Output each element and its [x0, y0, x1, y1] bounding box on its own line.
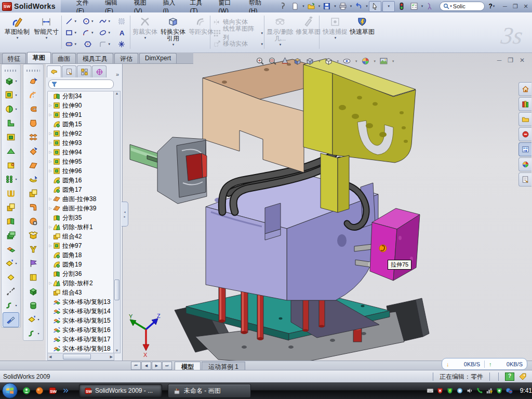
rebuild-button[interactable]: [396, 2, 407, 11]
tree-item[interactable]: ▷拉伸97: [48, 241, 114, 250]
dropdown-caret-icon[interactable]: ▾: [15, 79, 17, 83]
tab-DimXpert[interactable]: DimXpert: [139, 53, 177, 63]
dropdown-caret-icon[interactable]: ▾: [334, 4, 336, 8]
tree-item[interactable]: ▷拉伸90: [48, 101, 114, 110]
select-caret[interactable]: ▾: [382, 1, 395, 12]
toolbar-button-cube-green[interactable]: ▾: [2, 74, 20, 88]
ribbon-button-草图绘制[interactable]: 草图绘制▾: [3, 14, 31, 50]
appearances-button[interactable]: [518, 157, 531, 171]
tree-item[interactable]: 组合42: [48, 232, 114, 241]
expander-icon[interactable]: ▷: [48, 225, 53, 229]
green-shield-icon[interactable]: [446, 387, 454, 394]
toolbar-button-squiggle[interactable]: ▾: [2, 298, 20, 312]
toolbar-button-ruler[interactable]: [3, 312, 19, 327]
tree-item[interactable]: 实体-移动/复制14: [48, 307, 114, 316]
sketch-tool-point[interactable]: [113, 38, 130, 50]
tree-item[interactable]: ▷切除-放样1: [48, 222, 114, 232]
toolbar-button-wedge[interactable]: [2, 144, 20, 158]
tool-button[interactable]: [424, 2, 435, 11]
quick-tips-icon[interactable]: ?: [505, 373, 514, 381]
tree-item[interactable]: 实体-移动/复制16: [48, 325, 114, 335]
dropdown-caret-icon[interactable]: ▾: [15, 177, 17, 181]
print-button[interactable]: [337, 2, 349, 11]
home-button[interactable]: [518, 82, 531, 96]
toolbar-button-y-shape[interactable]: [23, 242, 43, 256]
tree-item[interactable]: ▷切除-放样2: [48, 278, 114, 288]
open-file-button[interactable]: [305, 2, 317, 11]
toolbar-button-sheet[interactable]: [23, 158, 43, 172]
appearance-icon[interactable]: [361, 57, 370, 65]
dropdown-caret-icon[interactable]: ▾: [355, 59, 357, 63]
heads-up-view-toolbar[interactable]: ▾▾▾▾▾: [256, 57, 394, 65]
ribbon-button-智能尺寸[interactable]: 智能尺寸▾: [32, 14, 60, 50]
pin-button[interactable]: [277, 2, 288, 11]
red-shield-icon[interactable]: [436, 387, 444, 394]
tab-草图[interactable]: 草图: [27, 52, 51, 63]
quick-launch-more[interactable]: [61, 386, 70, 395]
toolbar-button-elbow[interactable]: [23, 200, 43, 214]
tree-item[interactable]: ▷拉伸93: [48, 138, 114, 148]
sketch-tool-rect[interactable]: ▾: [62, 27, 79, 38]
tab-nav-button[interactable]: ⏮: [131, 362, 141, 370]
configuration[interactable]: [77, 65, 91, 77]
dropdown-caret-icon[interactable]: ▾: [302, 4, 304, 8]
expander-icon[interactable]: ▷: [48, 159, 53, 164]
expander-icon[interactable]: ▷: [48, 141, 53, 145]
tab-nav-button[interactable]: ▶: [152, 362, 162, 370]
tree-item[interactable]: ▷拉伸91: [48, 110, 114, 119]
search-box[interactable]: ▾: [440, 2, 485, 11]
toolbar-button-c-shape[interactable]: [23, 102, 43, 116]
expander-icon[interactable]: ▷: [48, 206, 53, 210]
toolbar-button-cylinder[interactable]: [23, 298, 43, 312]
tree-item[interactable]: 圆角19: [48, 260, 114, 269]
speaker-icon[interactable]: [466, 387, 473, 394]
doc-minimize-button[interactable]: ─: [497, 57, 502, 64]
net-warning-icon[interactable]: !: [486, 387, 493, 394]
tree-vertical-scrollbar[interactable]: ▲▼: [113, 91, 121, 353]
toolbar-button-cube-frame[interactable]: ▾: [2, 88, 20, 102]
toolbar-button-diamond-star[interactable]: ▾: [23, 312, 43, 326]
sketch-tool-polygon[interactable]: [79, 38, 97, 50]
view-palette-button[interactable]: [518, 142, 531, 156]
toolbar-button-books[interactable]: [2, 214, 20, 228]
tab-特征[interactable]: 特征: [2, 53, 26, 63]
new-file-button[interactable]: [289, 2, 301, 11]
restore-button[interactable]: ❐: [510, 2, 521, 10]
tree-item[interactable]: 圆角15: [48, 119, 114, 129]
sketch-entities-grid[interactable]: ▾▾▾▾▾▾A▾▾: [62, 16, 130, 50]
toolbar-button-arc-dash[interactable]: [23, 88, 43, 102]
doc-tab-模型[interactable]: 模型: [175, 362, 201, 370]
expander-icon[interactable]: ▷: [48, 169, 53, 173]
expander-icon[interactable]: ▷: [48, 113, 53, 117]
hide-show-icon[interactable]: [342, 57, 351, 65]
messenger-icon[interactable]: [22, 386, 31, 395]
sketch-tool-text[interactable]: A: [113, 27, 130, 38]
dropdown-caret-icon[interactable]: ▾: [15, 107, 17, 111]
save-button[interactable]: [321, 2, 332, 11]
tree-item[interactable]: 实体-移动/复制13: [48, 297, 114, 307]
expander-icon[interactable]: ▷: [48, 103, 53, 108]
doc-close-button[interactable]: ✕: [520, 57, 525, 64]
doc-restore-button[interactable]: ❐: [508, 57, 513, 64]
sketch-tool-spline[interactable]: ▾: [96, 16, 113, 27]
tree-item[interactable]: 圆角18: [48, 250, 114, 260]
toolbar-button-dotline[interactable]: [2, 284, 20, 298]
expander-icon[interactable]: ▷: [48, 244, 53, 248]
sketch-tool-ellipse[interactable]: ▾: [96, 27, 113, 38]
tree-item[interactable]: 实体-移动/复制17: [48, 335, 114, 344]
toolbar-button-book[interactable]: [23, 270, 43, 284]
toolbar-button-cubes2[interactable]: [2, 200, 20, 214]
undo-button[interactable]: [353, 2, 364, 11]
dropdown-caret-icon[interactable]: ▾: [318, 4, 321, 8]
tree-item[interactable]: ▷拉伸95: [48, 157, 114, 166]
zoom-area-icon[interactable]: [268, 57, 277, 65]
dropdown-caret-icon[interactable]: ▾: [15, 261, 17, 265]
sketch-tool-slot[interactable]: ▾: [62, 38, 79, 50]
tree-item[interactable]: 圆角16: [48, 176, 114, 185]
close-button[interactable]: ✕: [521, 2, 531, 10]
toolbar-button-open-box[interactable]: [23, 228, 43, 242]
dropdown-caret-icon[interactable]: ▾: [37, 331, 39, 335]
task-pane[interactable]: [518, 82, 532, 187]
search-input[interactable]: [452, 3, 481, 10]
sync-icon[interactable]: [506, 387, 513, 394]
